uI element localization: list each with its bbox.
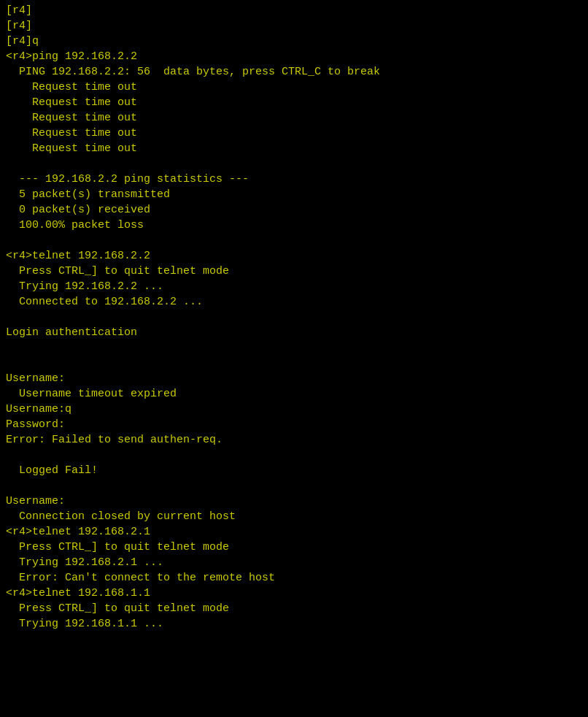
terminal-output: [r4] [r4] [r4]q <r4>ping 192.168.2.2 PIN… xyxy=(6,3,582,632)
